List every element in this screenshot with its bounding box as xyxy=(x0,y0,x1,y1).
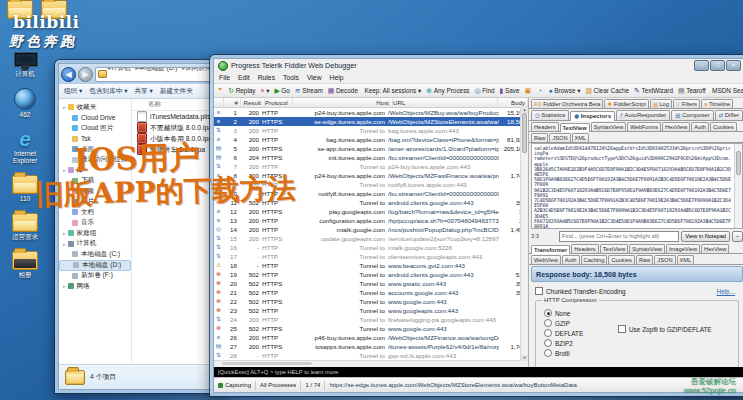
scroll-down-arrow[interactable]: ▼ xyxy=(521,355,528,361)
main-tab[interactable]: ❖FiddlerScript xyxy=(604,99,648,108)
request-inspector-tab[interactable]: Auth xyxy=(691,122,709,131)
file-row[interactable]: iTunesMetadata.plist xyxy=(132,111,220,122)
main-tab[interactable]: ◷Statistics xyxy=(531,110,569,120)
session-row[interactable]: ≡ 26 200 HTTP p46-buy.itunes.apple.com /… xyxy=(214,333,528,342)
session-row[interactable]: ⊗ 21 502 HTTP Tunnel to accounts.google.… xyxy=(214,288,528,297)
breadcrumb[interactable]: ▸计算机 ▸本地磁盘 (D:) ▸休闲软件 ▸旧版安装包 xyxy=(95,67,218,82)
toolbar-button[interactable]: Keep: All sessions ▾ xyxy=(363,87,421,95)
desktop-icon[interactable]: 计算机 xyxy=(2,52,48,77)
main-tab[interactable]: ◉Inspectors xyxy=(570,111,615,121)
main-tab[interactable]: ≡Timeline xyxy=(701,99,733,108)
column-header-host[interactable]: Host xyxy=(293,98,393,107)
request-inspector-tab[interactable]: Cookies xyxy=(710,122,737,131)
window-control-button[interactable]: – xyxy=(694,60,709,71)
session-row[interactable]: ⊗ 20 502 HTTPS Tunnel to www.gstatic.com… xyxy=(214,279,528,288)
desktop-icon[interactable]: 462 xyxy=(2,88,48,118)
toolbar-button[interactable]: ↻ Replay xyxy=(228,87,255,95)
explorer-toolbar-button[interactable]: 共享 ▾ xyxy=(134,87,152,96)
fiddler-title-bar[interactable]: Progress Telerik Fiddler Web Debugger – … xyxy=(214,59,743,72)
window-control-button[interactable]: □ xyxy=(710,60,725,71)
forward-button[interactable]: ▶ xyxy=(78,67,93,82)
session-row[interactable]: ⚠ 18 - HTTP Tunnel to www.beacons.gvt2.c… xyxy=(214,261,528,270)
toolbar-button[interactable]: ◔ xyxy=(538,87,544,95)
help-link[interactable]: Help... xyxy=(717,288,735,295)
session-row[interactable]: ⇅ 17 - HTTP Tunnel to clientservices.goo… xyxy=(214,252,528,261)
explorer-toolbar-button[interactable]: 组织 ▾ xyxy=(64,87,82,96)
desktop-icon[interactable]: e Internet Explorer xyxy=(2,129,48,164)
toolbar-button[interactable]: ❞ xyxy=(218,87,223,95)
chunked-checkbox-row[interactable]: Chunked Transfer-Encoding xyxy=(535,287,739,295)
response-inspector-tab[interactable]: WebView xyxy=(531,255,561,264)
session-row[interactable]: ⊗ 23 502 HTTP Tunnel to www.googleapis.c… xyxy=(214,306,528,315)
horizontal-scrollbar[interactable] xyxy=(214,360,528,367)
desktop-icon[interactable]: 相册 xyxy=(2,251,48,278)
request-inspector-tab[interactable]: Raw xyxy=(531,133,548,142)
textview-scrollbar[interactable] xyxy=(734,144,742,228)
main-tab[interactable]: ▽Filters xyxy=(673,99,700,108)
desktop-icon[interactable]: 运营需求 xyxy=(2,213,48,240)
response-inspector-tab[interactable]: Auth xyxy=(562,255,580,264)
toolbar-button[interactable]: MSDN Search... xyxy=(711,87,743,94)
breadcrumb-item[interactable]: 本地磁盘 (D:) xyxy=(138,67,177,72)
response-inspector-tab[interactable]: SyntaxView xyxy=(629,244,665,253)
main-tab[interactable]: ▤Log xyxy=(650,99,672,108)
breadcrumb-item[interactable]: 计算机 xyxy=(111,67,131,72)
response-inspector-tab[interactable]: JSON xyxy=(654,255,675,264)
menu-item[interactable]: Edit xyxy=(238,74,250,81)
toolbar-button[interactable]: × ▾ xyxy=(261,87,270,95)
session-row[interactable]: ⇅ 24 200 HTTP Tunnel to firebaselogging-… xyxy=(214,315,528,324)
session-row[interactable]: ≡ 2 200 HTTPS se-edge.itunes.apple.com /… xyxy=(214,117,528,126)
request-inspector-tab[interactable]: SyntaxView xyxy=(591,122,627,131)
session-row[interactable]: ⊗ 19 502 HTTP Tunnel to android.clients.… xyxy=(214,270,528,279)
breadcrumb-item[interactable]: 休闲软件 xyxy=(185,67,211,72)
toolbar-button[interactable]: ● Browse ▾ xyxy=(548,87,580,95)
collapse-button[interactable]: – xyxy=(732,231,743,242)
column-header-number[interactable]: # xyxy=(224,98,241,107)
toolbar-button[interactable]: ✎ TextWizard xyxy=(634,87,673,95)
response-inspector-tab[interactable]: Cookies xyxy=(608,255,635,264)
session-row[interactable]: ⇅ 16 - HTTP Tunnel to mtalk.google.com:5… xyxy=(214,243,528,252)
menu-item[interactable]: View xyxy=(307,74,322,81)
compression-radio[interactable]: Brotli xyxy=(544,348,732,358)
response-inspector-tab[interactable]: ImageView xyxy=(666,244,700,253)
file-list-header[interactable]: 名称 xyxy=(132,99,220,111)
response-inspector-tab[interactable]: Headers xyxy=(571,244,599,253)
toolbar-button[interactable]: ▨ Clear Cache xyxy=(585,87,629,95)
response-inspector-tab[interactable]: XML xyxy=(677,255,695,264)
toolbar-button[interactable]: ◎ Find xyxy=(475,87,495,95)
session-row[interactable]: ⇅ 3 200 HTTP Tunnel to bag.itunes.apple.… xyxy=(214,126,528,135)
toolbar-button[interactable]: ▦ Decode xyxy=(328,87,358,95)
session-row[interactable]: ≡ 4 200 HTTP bag.itunes.apple.com /bag.x… xyxy=(214,135,528,144)
process-filter[interactable]: All Processes xyxy=(260,382,296,388)
session-row[interactable]: ≡ 13 200 HTTP configuration.apple.com /h… xyxy=(214,216,528,225)
session-row[interactable]: ▤ 27 200 HTTPS iosapps.itunes.apple.com … xyxy=(214,342,528,351)
sidebar-item[interactable]: 本地磁盘 (C:) xyxy=(59,249,131,260)
scrollbar-thumb[interactable] xyxy=(522,113,527,153)
capturing-indicator[interactable]: Capturing xyxy=(218,382,251,388)
column-header[interactable] xyxy=(214,98,224,107)
session-row[interactable]: ⇅ 28 - HTTP Tunnel to gsp-ssl.ls.apple.c… xyxy=(214,351,528,360)
sidebar-item[interactable]: Cloud 照片 xyxy=(59,123,131,134)
menu-item[interactable]: Rules xyxy=(258,74,275,81)
column-header-protocol[interactable]: Protocol xyxy=(265,98,293,107)
main-tab[interactable]: ⇄Differ xyxy=(715,110,743,120)
column-header-result[interactable]: Result xyxy=(241,98,265,107)
response-inspector-tab[interactable]: Transformer xyxy=(531,245,570,254)
sidebar-item[interactable]: 本地磁盘 (D:) xyxy=(59,260,131,271)
request-inspector-tab[interactable]: XML xyxy=(572,133,590,142)
explorer-toolbar-button[interactable]: 包含到库中 ▾ xyxy=(89,87,127,96)
menu-item[interactable]: Tools xyxy=(283,74,299,81)
sidebar-item[interactable]: 音乐 xyxy=(59,218,131,229)
file-row[interactable]: 不需越狱版 8.0.0.ipa xyxy=(132,122,220,133)
session-row[interactable]: ⇅ 15 200 HTTPS update.googleapis.com /se… xyxy=(214,234,528,243)
sidebar-item[interactable]: 收藏夹 xyxy=(59,102,131,113)
request-inspector-tab[interactable]: JSON xyxy=(549,133,570,142)
sidebar-item[interactable]: 新加卷 (F:) xyxy=(59,271,131,282)
window-control-button[interactable]: × xyxy=(726,60,741,71)
session-row[interactable]: ≡ 1 200 HTTP p24-buy.itunes.apple.com /W… xyxy=(214,108,528,117)
main-tab[interactable]: FOFiddler Orchestra Beta xyxy=(531,99,603,108)
toolbar-button[interactable]: ▤ Tearoff xyxy=(678,87,706,95)
response-inspector-tab[interactable]: Raw xyxy=(636,255,653,264)
toolbar-button[interactable]: ≋ Stream xyxy=(295,87,323,95)
sidebar-item[interactable]: 家庭组 xyxy=(59,228,131,239)
